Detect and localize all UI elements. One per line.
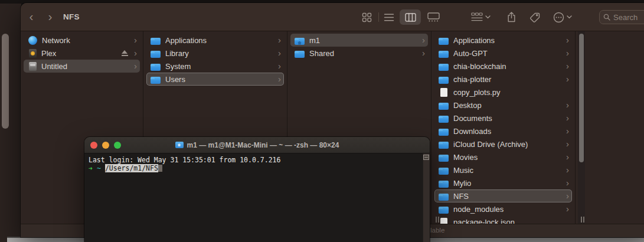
chevron-right-icon: ›: [422, 35, 425, 45]
folder-icon: [151, 51, 161, 58]
split-pane-button[interactable]: [423, 155, 429, 160]
file-row[interactable]: package-lock.json: [434, 215, 572, 224]
back-button[interactable]: ‹: [24, 10, 38, 24]
file-row[interactable]: Music ›: [434, 163, 572, 176]
chevron-right-icon: ›: [278, 35, 281, 45]
file-row[interactable]: chia-blockchain ›: [434, 60, 572, 73]
file-row[interactable]: node_modules ›: [434, 202, 572, 215]
terminal-titlebar[interactable]: m1 — m1@M1-Mac-Mini — ~ — -zsh — 80×24: [84, 137, 430, 153]
file-row[interactable]: Users ›: [146, 73, 284, 86]
list-view-button[interactable]: [381, 9, 397, 25]
prompt-cwd: ~: [93, 164, 105, 172]
forward-button[interactable]: ›: [43, 10, 57, 24]
file-row[interactable]: Network ›: [24, 34, 140, 47]
file-row[interactable]: Plex ›: [24, 47, 140, 60]
file-row[interactable]: Applications ›: [434, 34, 572, 47]
chevron-right-icon: ›: [566, 113, 569, 123]
network-icon: [28, 36, 37, 45]
file-row[interactable]: Auto-GPT ›: [434, 47, 572, 60]
chevron-right-icon: ›: [566, 74, 569, 84]
terminal-content[interactable]: Last login: Wed May 31 15:35:01 from 10.…: [84, 153, 430, 242]
tag-button[interactable]: [527, 9, 542, 25]
group-button[interactable]: [468, 9, 493, 25]
eject-icon[interactable]: [122, 50, 128, 56]
file-row[interactable]: Desktop ›: [434, 99, 572, 112]
terminal-title: m1 — m1@M1-Mac-Mini — ~ — -zsh — 80×24: [175, 141, 339, 149]
search-icon: [603, 14, 610, 21]
search-input[interactable]: Search: [599, 10, 644, 24]
file-row[interactable]: Library ›: [146, 47, 284, 60]
prompt-arrow: ➜: [89, 164, 93, 172]
chevron-right-icon: ›: [566, 100, 569, 110]
group-icon: [471, 12, 483, 22]
column-resize-handle[interactable]: [434, 217, 441, 223]
folder-icon: [439, 103, 449, 110]
file-icon: [440, 218, 447, 224]
minimize-button[interactable]: [102, 142, 109, 149]
file-row[interactable]: Shared ›: [290, 47, 428, 60]
folder-icon: [439, 194, 449, 201]
share-button[interactable]: [504, 9, 519, 25]
file-row[interactable]: NFS ›: [434, 189, 572, 202]
finder-titlebar: ‹ › NFS: [21, 3, 644, 31]
icon-view-button[interactable]: [359, 9, 374, 25]
file-row[interactable]: chia-plotter ›: [434, 73, 572, 86]
chevron-down-icon: [485, 15, 491, 19]
more-icon: [553, 12, 564, 23]
gallery-view-button[interactable]: [424, 9, 442, 25]
file-row[interactable]: m1 ›: [290, 34, 428, 47]
column-empty: [576, 31, 644, 224]
chevron-right-icon: ›: [566, 191, 569, 201]
terminal-scrollbar-track[interactable]: [423, 153, 430, 242]
chevron-right-icon: ›: [134, 48, 137, 58]
chevron-right-icon: ›: [566, 61, 569, 71]
column-view-icon: [405, 13, 416, 22]
column-resize-handle[interactable]: [579, 217, 586, 223]
chevron-right-icon: ›: [566, 165, 569, 175]
chevron-right-icon: ›: [566, 139, 569, 149]
file-row[interactable]: System ›: [146, 60, 284, 73]
file-row[interactable]: Documents ›: [434, 112, 572, 125]
chevron-right-icon: ›: [134, 35, 137, 45]
home-folder-icon: [175, 142, 184, 148]
more-button[interactable]: [550, 9, 576, 25]
zoom-button[interactable]: [114, 142, 121, 149]
file-row[interactable]: Movies ›: [434, 151, 572, 163]
chevron-right-icon: ›: [278, 61, 281, 71]
background-scrollbar-thumb[interactable]: [2, 34, 9, 129]
chevron-down-icon: [567, 15, 572, 19]
file-row[interactable]: Downloads ›: [434, 125, 572, 138]
column-scrollbar-track: [578, 31, 585, 224]
file-row[interactable]: Untitled ›: [24, 60, 140, 73]
folder-icon: [295, 51, 305, 58]
chevron-right-icon: ›: [566, 204, 569, 214]
chevron-right-icon: ›: [566, 178, 569, 188]
file-row[interactable]: Applications ›: [146, 34, 284, 47]
selected-command-text: /Users/m1/NFS: [105, 164, 158, 172]
close-button[interactable]: [90, 142, 97, 149]
folder-icon: [439, 142, 449, 149]
terminal-window: m1 — m1@M1-Mac-Mini — ~ — -zsh — 80×24 L…: [84, 137, 430, 242]
folder-icon: [439, 129, 449, 136]
folder-icon: [151, 64, 161, 71]
chevron-right-icon: ›: [134, 61, 137, 71]
column-view-button[interactable]: [400, 9, 421, 25]
search-placeholder: Search: [613, 13, 638, 22]
file-row[interactable]: copy_plots.py: [434, 86, 572, 99]
column-scrollbar-thumb[interactable]: [579, 34, 584, 162]
list-view-icon: [384, 13, 394, 22]
terminal-cursor: [158, 165, 162, 172]
file-row[interactable]: Mylio ›: [434, 176, 572, 189]
folder-icon: [439, 168, 449, 175]
tag-icon: [529, 12, 540, 22]
folder-icon: [439, 51, 449, 58]
folder-icon: [439, 77, 449, 84]
folder-icon: [439, 155, 449, 162]
folder-icon: [439, 181, 449, 188]
chevron-right-icon: ›: [566, 35, 569, 45]
terminal-output-line: Last login: Wed May 31 15:35:01 from 10.…: [89, 156, 421, 164]
folder-icon: [439, 116, 449, 123]
file-row[interactable]: iCloud Drive (Archive) ›: [434, 138, 572, 151]
chevron-right-icon: ›: [566, 48, 569, 58]
home-folder-icon: [295, 38, 305, 45]
